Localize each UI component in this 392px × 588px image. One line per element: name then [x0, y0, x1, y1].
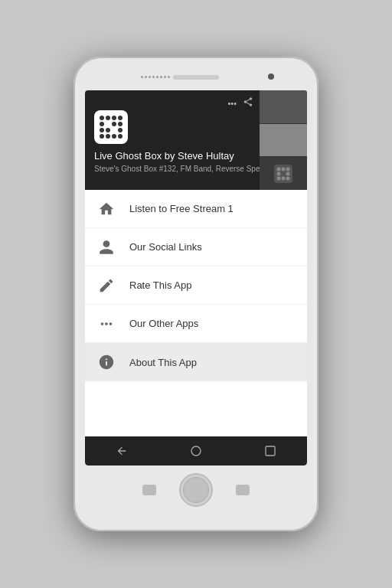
menu-item-listen-label: Listen to Free Stream 1	[129, 203, 234, 214]
menu-item-social[interactable]: Our Social Links	[85, 228, 307, 266]
nav-bar	[85, 436, 307, 466]
svg-point-9	[191, 446, 201, 456]
phone-bottom-buttons	[142, 473, 250, 507]
drawer-header: •••	[85, 90, 307, 190]
svg-point-5	[286, 172, 290, 175]
menu-item-about-label: About This App	[129, 357, 197, 368]
header-strip-bottom	[260, 157, 307, 190]
svg-rect-10	[266, 446, 275, 456]
nav-back-button[interactable]	[109, 439, 134, 463]
person-icon	[96, 237, 117, 258]
menu-item-about[interactable]: About This App	[85, 343, 307, 381]
header-image-strip	[260, 90, 307, 190]
phone-dots	[141, 76, 170, 78]
nav-home-button[interactable]	[184, 439, 208, 463]
share-icon[interactable]	[243, 96, 253, 109]
dice-image-icon	[273, 163, 294, 185]
phone-right-button	[236, 485, 250, 495]
info-icon	[96, 351, 117, 373]
phone-frame: •••	[74, 57, 318, 531]
app-icon	[94, 110, 128, 144]
phone-screen: •••	[85, 90, 307, 466]
menu-item-other-apps[interactable]: Our Other Apps	[85, 305, 307, 343]
svg-point-1	[277, 167, 281, 171]
menu-item-social-label: Our Social Links	[129, 241, 202, 253]
phone-left-button	[142, 485, 156, 495]
dots-icon	[96, 313, 117, 335]
menu-item-rate-label: Rate This App	[129, 279, 191, 291]
phone-top-bar	[81, 70, 311, 87]
phone-bottom	[142, 473, 250, 507]
svg-point-7	[282, 176, 286, 180]
edit-icon	[96, 275, 117, 296]
more-icon[interactable]: •••	[227, 99, 237, 108]
home-icon	[96, 198, 117, 220]
svg-point-8	[286, 176, 290, 180]
menu-item-listen[interactable]: Listen to Free Stream 1	[85, 190, 307, 228]
menu-item-other-apps-label: Our Other Apps	[129, 318, 198, 329]
phone-camera	[268, 74, 274, 80]
header-strip-middle	[260, 124, 307, 158]
nav-recent-button[interactable]	[258, 439, 283, 463]
header-strip-top	[260, 90, 307, 124]
header-top-icons: •••	[227, 96, 253, 109]
svg-point-2	[282, 167, 286, 171]
menu-list: Listen to Free Stream 1 Our Social Links	[85, 190, 307, 436]
phone-home-button[interactable]	[179, 473, 213, 507]
phone-speaker	[173, 75, 219, 80]
menu-item-rate[interactable]: Rate This App	[85, 266, 307, 305]
svg-point-3	[286, 167, 290, 171]
phone-home-inner	[183, 477, 209, 503]
svg-point-4	[277, 172, 281, 175]
svg-point-6	[277, 176, 281, 180]
